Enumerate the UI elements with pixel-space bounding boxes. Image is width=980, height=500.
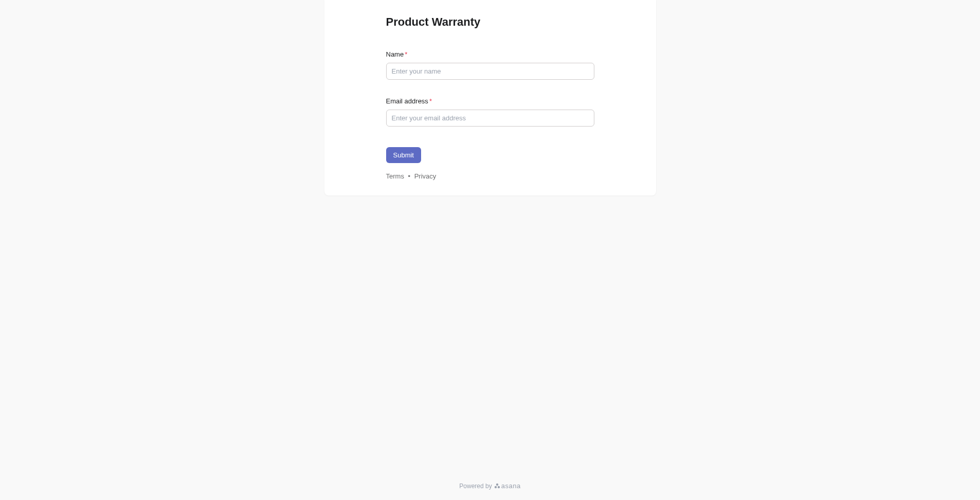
- powered-by-footer: Powered by asana: [0, 472, 980, 500]
- submit-button[interactable]: Submit: [386, 147, 421, 163]
- terms-link[interactable]: Terms: [386, 172, 404, 180]
- asana-dots-icon: [494, 483, 500, 489]
- name-input[interactable]: [386, 63, 594, 80]
- privacy-link[interactable]: Privacy: [414, 172, 437, 180]
- svg-point-0: [496, 483, 498, 485]
- svg-point-1: [495, 486, 497, 488]
- form-title: Product Warranty: [386, 15, 594, 29]
- link-separator: •: [408, 172, 411, 180]
- email-input[interactable]: [386, 110, 594, 127]
- footer-links: Terms • Privacy: [386, 172, 594, 180]
- required-indicator: *: [405, 50, 407, 58]
- email-field-group: Email address*: [386, 96, 594, 127]
- name-field-group: Name*: [386, 49, 594, 80]
- svg-point-2: [498, 486, 500, 488]
- powered-by-text: Powered by: [459, 483, 492, 490]
- form-card: Product Warranty Name* Email address* Su…: [324, 0, 656, 195]
- asana-brand-text: asana: [501, 482, 521, 490]
- email-label: Email address: [386, 97, 428, 105]
- name-label: Name: [386, 50, 404, 58]
- asana-logo[interactable]: asana: [494, 482, 521, 490]
- required-indicator: *: [429, 97, 432, 105]
